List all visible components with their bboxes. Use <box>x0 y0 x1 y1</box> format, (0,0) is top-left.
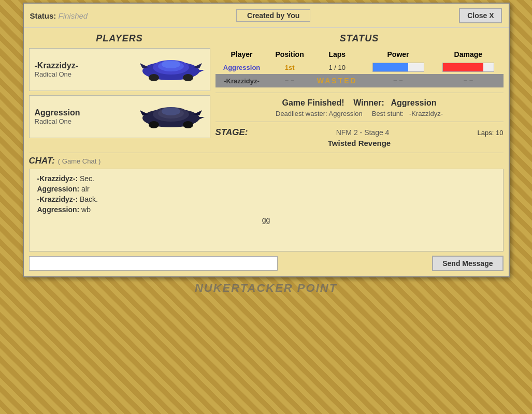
stage-sub-name: Twisted Revenge <box>215 139 504 147</box>
col-power: Power <box>363 48 433 61</box>
car-image-aggression <box>137 100 205 134</box>
content-area: PLAYERS -Krazzidyz- Radical One <box>24 28 509 153</box>
winner-name: Aggression <box>391 98 436 107</box>
chat-msg-5: gg <box>37 216 495 224</box>
chat-msg-1: -Krazzidyz-: Sec. <box>37 174 495 183</box>
created-by: Created by You <box>236 9 310 22</box>
row2-eq1: = = <box>285 77 295 85</box>
status-value: Finished <box>59 11 88 20</box>
damage-bar-fill-aggression <box>443 63 483 71</box>
status-panel: STATUS Player Position Laps Power Damage <box>210 33 504 147</box>
msg-text-1: Sec. <box>80 174 94 183</box>
car-svg-krazzidyz <box>137 53 205 86</box>
col-damage: Damage <box>433 48 503 61</box>
player-card-krazzidyz: -Krazzidyz- Radical One <box>29 48 210 91</box>
car-svg-aggression <box>137 100 205 134</box>
col-position: Position <box>268 48 311 61</box>
chat-input-row: Send Message <box>29 256 504 271</box>
player-car-aggression: Radical One <box>35 117 80 125</box>
svg-point-13 <box>183 121 193 128</box>
stage-name: NFM 2 - Stage 4 <box>336 128 390 137</box>
power-bar-fill-aggression <box>373 63 409 71</box>
power-bar-aggression <box>372 63 424 72</box>
col-player: Player <box>215 48 268 61</box>
divider1 <box>215 93 504 93</box>
car-image-krazzidyz <box>137 53 205 86</box>
svg-marker-8 <box>197 70 205 73</box>
row1-laps: 1 / 10 <box>311 61 363 74</box>
row2-player: -Krazzidyz- <box>224 77 260 85</box>
svg-point-7 <box>162 60 180 68</box>
chat-msg-2: Aggression: alr <box>37 185 495 193</box>
chat-input[interactable] <box>29 256 278 271</box>
game-stats: Deadliest waster: Aggression Best stunt:… <box>215 110 504 117</box>
status-line: Status: Finished <box>30 11 88 20</box>
status-title: STATUS <box>215 33 504 44</box>
chat-area: CHAT: ( Game Chat ) -Krazzidyz-: Sec. Ag… <box>29 153 504 271</box>
svg-marker-17 <box>197 117 205 121</box>
players-title: PLAYERS <box>29 33 210 44</box>
player-car-krazzidyz: Radical One <box>35 70 78 78</box>
chat-title: CHAT: <box>29 156 55 166</box>
top-bar: Status: Finished Created by You Close X <box>24 4 509 28</box>
best-stunt-name: -Krazzidyz- <box>409 110 443 117</box>
stage-laps: Laps: 10 <box>478 129 504 137</box>
table-row: Aggression 1st 1 / 10 <box>215 61 504 74</box>
chat-msg-4: Aggression: wb <box>37 205 495 214</box>
game-result: Game Finished! Winner: Aggression Deadli… <box>215 98 504 117</box>
row2-eq2: = = <box>393 77 403 85</box>
msg-text-3: Back. <box>80 195 98 203</box>
close-button[interactable]: Close X <box>459 8 502 23</box>
player-card-aggression: Aggression Radical One <box>29 95 210 138</box>
chat-msg-3: -Krazzidyz-: Back. <box>37 195 495 203</box>
row1-damage <box>433 61 503 74</box>
player-info-aggression: Aggression Radical One <box>35 108 80 125</box>
row1-position: 1st <box>285 64 295 71</box>
wasted-text: WASTED <box>317 77 357 85</box>
svg-point-3 <box>149 74 159 81</box>
players-panel: PLAYERS -Krazzidyz- Radical One <box>29 33 210 147</box>
damage-bar-aggression <box>442 63 494 72</box>
status-table: Player Position Laps Power Damage Aggres… <box>215 48 504 87</box>
best-stunt-label: Best stunt: <box>372 110 404 117</box>
row2-eq3: = = <box>463 77 473 85</box>
col-laps: Laps <box>311 48 363 61</box>
chat-header: CHAT: ( Game Chat ) <box>29 156 504 166</box>
stage-section: STAGE: NFM 2 - Stage 4 Laps: 10 Twisted … <box>215 122 504 147</box>
row1-player: Aggression <box>223 64 261 71</box>
stage-label: STAGE: <box>215 127 248 138</box>
player-name-aggression: Aggression <box>35 108 80 117</box>
status-label: Status: <box>30 11 56 20</box>
deadliest-text: Deadliest waster: Aggression <box>276 110 363 117</box>
main-window: Status: Finished Created by You Close X … <box>23 3 510 298</box>
msg-author-1: -Krazzidyz-: <box>37 174 78 183</box>
msg-text-2: alr <box>81 185 90 193</box>
game-finished-text: Game Finished! Winner: Aggression <box>215 98 504 108</box>
msg-author-3: -Krazzidyz-: <box>37 195 78 203</box>
svg-point-16 <box>162 107 180 115</box>
bottom-text: NUKERTACKER POINT <box>23 277 510 298</box>
msg-author-4: Aggression: <box>37 205 80 214</box>
svg-point-4 <box>183 74 193 81</box>
player-name-krazzidyz: -Krazzidyz- <box>35 61 78 70</box>
chat-messages: -Krazzidyz-: Sec. Aggression: alr -Krazz… <box>29 169 504 252</box>
msg-author-2: Aggression: <box>37 185 80 193</box>
game-finished-label: Game Finished! <box>282 98 344 107</box>
chat-subtitle: ( Game Chat ) <box>58 157 100 165</box>
table-row-wasted: -Krazzidyz- = = WASTED = = = = <box>215 74 504 87</box>
msg-text-5: gg <box>262 216 270 224</box>
player-info-krazzidyz: -Krazzidyz- Radical One <box>35 61 78 78</box>
svg-point-12 <box>149 121 159 128</box>
msg-text-4: wb <box>81 205 91 214</box>
row1-power <box>363 61 433 74</box>
stage-header: STAGE: NFM 2 - Stage 4 Laps: 10 <box>215 127 504 138</box>
winner-label: Winner: <box>353 98 384 107</box>
send-message-button[interactable]: Send Message <box>432 256 503 271</box>
